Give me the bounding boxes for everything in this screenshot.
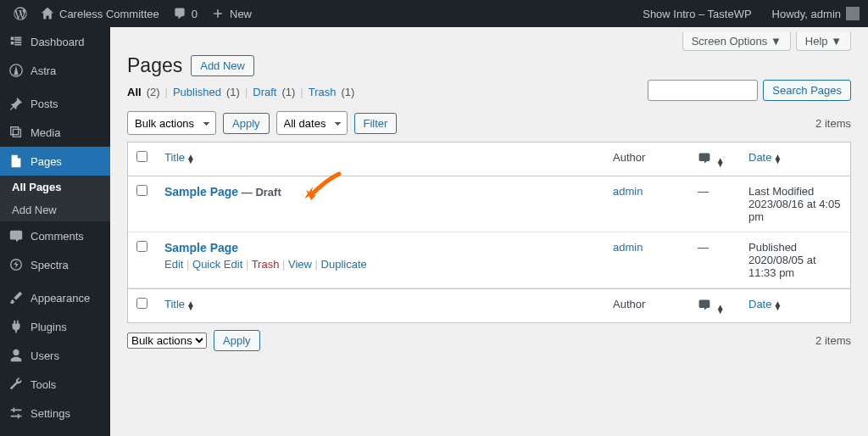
admin-bar: Careless Committee 0 New Show Intro – Ta… xyxy=(0,0,868,27)
menu-appearance[interactable]: Appearance xyxy=(0,283,110,312)
submenu-add-new[interactable]: Add New xyxy=(0,198,110,221)
table-row: Sample Page Edit | Quick Edit | Trash | … xyxy=(128,232,850,288)
sort-date-top[interactable]: Date▲▼ xyxy=(748,151,782,164)
plug-icon xyxy=(8,319,24,334)
pages-table: Title▲▼ Author ▲▼ Date▲▼ Sample Page — D… xyxy=(127,142,851,323)
date-cell: Last Modified2023/08/16 at 4:05 pm xyxy=(740,176,850,232)
site-name: Careless Committee xyxy=(59,8,159,20)
new-content-link[interactable]: New xyxy=(204,0,259,27)
submenu-all-pages[interactable]: All Pages xyxy=(0,176,110,198)
wordpress-icon xyxy=(14,7,27,20)
page-title-link[interactable]: Sample Page xyxy=(164,241,238,254)
media-icon xyxy=(8,125,24,140)
page-icon xyxy=(8,154,24,169)
new-label: New xyxy=(230,8,252,20)
menu-tools[interactable]: Tools xyxy=(0,370,110,399)
action-edit[interactable]: Edit xyxy=(164,258,183,271)
sort-icon: ▲▼ xyxy=(716,305,725,313)
select-all-top[interactable] xyxy=(136,151,147,162)
comments-cell: — xyxy=(689,232,740,288)
items-count-bottom: 2 items xyxy=(815,334,851,347)
bulk-actions-select[interactable]: Bulk actions xyxy=(127,111,216,135)
avatar xyxy=(846,7,860,20)
sort-icon: ▲▼ xyxy=(716,158,725,166)
home-icon xyxy=(41,7,54,20)
comments-count: 0 xyxy=(192,8,198,20)
date-cell: Published2020/08/05 at 11:33 pm xyxy=(740,232,850,288)
user-icon xyxy=(8,348,24,363)
admin-sidebar: Dashboard Astra Posts Media Pages All Pa… xyxy=(0,27,110,436)
sliders-icon xyxy=(8,405,24,421)
comment-icon xyxy=(8,228,24,243)
howdy-text: Howdy, admin xyxy=(772,8,841,20)
comment-icon xyxy=(173,7,186,20)
sort-icon: ▲▼ xyxy=(186,154,195,163)
plus-icon xyxy=(211,7,225,20)
comments-cell: — xyxy=(689,176,740,232)
sort-title-top[interactable]: Title▲▼ xyxy=(164,151,195,164)
brush-icon xyxy=(8,290,24,305)
screen-options-button[interactable]: Screen Options ▼ xyxy=(682,32,791,51)
comments-column-icon xyxy=(698,298,711,311)
menu-settings[interactable]: Settings xyxy=(0,399,110,428)
comments-column-icon xyxy=(698,151,711,165)
menu-plugins[interactable]: Plugins xyxy=(0,312,110,341)
menu-pages[interactable]: Pages xyxy=(0,147,110,176)
search-button[interactable]: Search Pages xyxy=(763,80,851,101)
apply-button-bottom[interactable]: Apply xyxy=(214,330,260,351)
menu-spectra[interactable]: Spectra xyxy=(0,250,110,279)
main-content: Screen Options ▼ Help ▼ Pages Add New Al… xyxy=(110,27,868,375)
filter-draft[interactable]: Draft xyxy=(253,86,276,98)
comments-link[interactable]: 0 xyxy=(166,0,204,27)
sort-icon: ▲▼ xyxy=(773,154,782,163)
menu-redirection[interactable]: Redirection xyxy=(0,428,110,436)
menu-posts[interactable]: Posts xyxy=(0,89,110,118)
action-trash[interactable]: Trash xyxy=(252,258,280,271)
help-button[interactable]: Help ▼ xyxy=(796,32,851,51)
pages-submenu: All Pages Add New xyxy=(0,176,110,221)
spectra-icon xyxy=(8,257,24,272)
row-checkbox[interactable] xyxy=(136,241,147,252)
row-actions: Edit | Quick Edit | Trash | View | Dupli… xyxy=(164,254,596,271)
user-menu[interactable]: Howdy, admin xyxy=(765,0,860,27)
show-intro-link[interactable]: Show Intro – TasteWP xyxy=(643,8,751,20)
filter-trash[interactable]: Trash xyxy=(309,86,337,98)
page-title-link[interactable]: Sample Page xyxy=(164,185,238,198)
search-input[interactable] xyxy=(648,80,758,101)
sort-icon: ▲▼ xyxy=(773,301,782,310)
author-link[interactable]: admin xyxy=(613,185,643,198)
menu-dashboard[interactable]: Dashboard xyxy=(0,27,110,56)
sort-date-bottom[interactable]: Date▲▼ xyxy=(748,298,782,310)
sort-title-bottom[interactable]: Title▲▼ xyxy=(164,298,195,310)
select-all-bottom[interactable] xyxy=(136,298,147,309)
action-duplicate[interactable]: Duplicate xyxy=(321,258,367,271)
bulk-actions-select-bottom[interactable]: Bulk actions xyxy=(127,333,207,349)
menu-media[interactable]: Media xyxy=(0,118,110,147)
col-author-header: Author xyxy=(604,143,689,176)
filter-all[interactable]: All xyxy=(127,86,142,98)
col-author-footer: Author xyxy=(604,288,689,322)
add-new-page-button[interactable]: Add New xyxy=(191,55,254,76)
sort-icon: ▲▼ xyxy=(186,301,195,310)
items-count-top: 2 items xyxy=(815,117,851,130)
table-row: Sample Page — Draft admin — Last Modifie… xyxy=(128,176,850,232)
menu-users[interactable]: Users xyxy=(0,341,110,370)
filter-published[interactable]: Published xyxy=(173,86,221,98)
menu-comments[interactable]: Comments xyxy=(0,221,110,250)
author-link[interactable]: admin xyxy=(613,241,643,254)
pin-icon xyxy=(8,96,24,111)
site-home-link[interactable]: Careless Committee xyxy=(34,0,166,27)
wrench-icon xyxy=(8,377,24,392)
wordpress-logo[interactable] xyxy=(7,0,34,27)
apply-button-top[interactable]: Apply xyxy=(223,113,270,134)
menu-astra[interactable]: Astra xyxy=(0,56,110,85)
action-quick-edit[interactable]: Quick Edit xyxy=(192,258,242,271)
dates-select[interactable]: All dates xyxy=(276,111,348,135)
astra-icon xyxy=(8,63,24,78)
row-checkbox[interactable] xyxy=(136,185,147,196)
page-title: Pages xyxy=(127,54,182,77)
action-view[interactable]: View xyxy=(288,258,312,271)
post-state: — Draft xyxy=(238,186,281,198)
dashboard-icon xyxy=(8,34,24,49)
filter-button[interactable]: Filter xyxy=(354,113,398,134)
